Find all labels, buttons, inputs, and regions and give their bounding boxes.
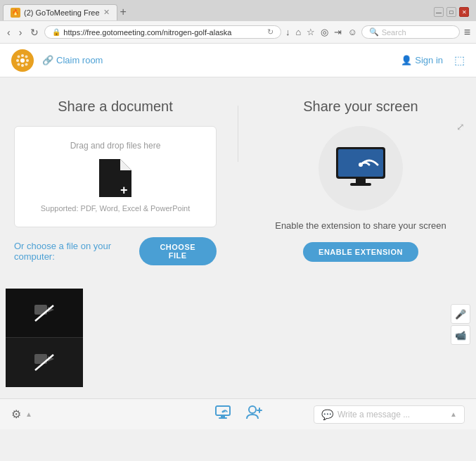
drop-zone[interactable]: Drag and drop files here + Supported: PD… — [14, 126, 217, 227]
camera-button[interactable]: 📹 — [451, 325, 470, 345]
svg-point-1 — [21, 54, 24, 57]
svg-point-25 — [221, 411, 224, 413]
new-tab-button[interactable]: + — [120, 6, 127, 18]
app-header: 🔗 Claim room 👤 Sign in ⬚ — [0, 44, 476, 77]
svg-rect-16 — [356, 179, 366, 183]
app-logo — [11, 49, 34, 72]
screen-share-icon[interactable] — [214, 405, 231, 424]
person-icon: 👤 — [401, 55, 412, 65]
enable-extension-button[interactable]: ENABLE EXTENSION — [303, 242, 418, 262]
expand-icon[interactable]: ⤢ — [456, 121, 465, 132]
url-bar[interactable]: 🔒 https://free.gotomeeting.com/nitrogen-… — [44, 25, 281, 39]
share-icon[interactable]: ⇥ — [333, 25, 343, 39]
supported-text: Supported: PDF, Word, Excel & PowerPoint — [29, 204, 202, 213]
nav-bar: ‹ › ↻ 🔒 https://free.gotomeeting.com/nit… — [0, 21, 476, 44]
svg-rect-17 — [350, 183, 371, 186]
bottom-right: 💬 Write a message ... ▲ — [314, 405, 465, 424]
video-thumb-2 — [6, 338, 83, 387]
window-maximize-btn[interactable]: □ — [446, 7, 456, 17]
video-area — [6, 289, 83, 387]
video-thumb-1 — [6, 289, 83, 338]
svg-point-15 — [359, 163, 363, 167]
location-icon[interactable]: ◎ — [319, 25, 330, 39]
window-minimize-btn[interactable]: — — [434, 7, 444, 17]
file-icon: + — [29, 159, 202, 197]
drag-drop-text: Drag and drop files here — [29, 141, 202, 151]
chat-placeholder: Write a message ... — [337, 410, 446, 419]
browser-chrome: 🔥 (2) GoToMeeting Free ✕ + — □ ✕ ‹ › ↻ 🔒… — [0, 0, 476, 44]
lock-icon: 🔒 — [52, 28, 60, 36]
svg-point-7 — [18, 63, 20, 65]
bottom-center — [162, 405, 314, 424]
bookmark-icon[interactable]: ☆ — [305, 25, 316, 39]
tab-title: (2) GoToMeeting Free — [24, 8, 100, 17]
download-icon[interactable]: ↓ — [284, 25, 292, 39]
choose-file-button[interactable]: CHOOSE FILE — [139, 237, 217, 265]
nav-icons: ↓ ⌂ ☆ ◎ ⇥ ☺ — [284, 25, 359, 39]
hamburger-menu-icon[interactable]: ≡ — [463, 25, 472, 40]
account-icon[interactable]: ☺ — [346, 25, 358, 39]
svg-rect-26 — [221, 415, 225, 417]
share-screen-title: Share your screen — [259, 99, 462, 115]
monitor-circle — [319, 126, 403, 210]
home-icon[interactable]: ⌂ — [295, 25, 303, 39]
refresh-button[interactable]: ↻ — [27, 25, 41, 39]
choose-label-link: file — [66, 241, 78, 251]
claim-room-link[interactable]: 🔗 Claim room — [42, 55, 103, 65]
sign-in-text: Sign in — [415, 55, 443, 65]
tab-bar: 🔥 (2) GoToMeeting Free ✕ + — □ ✕ — [0, 0, 476, 21]
chat-bubble-icon: 💬 — [321, 409, 333, 420]
url-text: https://free.gotomeeting.com/nitrogen-go… — [63, 28, 264, 37]
choose-label-prefix: Or choose a — [14, 241, 66, 251]
share-document-title: Share a document — [14, 99, 217, 115]
search-icon: 🔍 — [369, 27, 379, 37]
main-content: Share a document Drag and drop files her… — [0, 77, 476, 291]
bottom-left: ⚙ ▲ — [11, 408, 162, 421]
choose-label: Or choose a file on your computer: — [14, 241, 131, 262]
chat-input-area[interactable]: 💬 Write a message ... ▲ — [314, 405, 465, 424]
svg-point-28 — [249, 406, 256, 413]
back-button[interactable]: ‹ — [4, 25, 13, 39]
svg-point-4 — [26, 59, 29, 62]
collapse-icon[interactable]: ▲ — [25, 410, 32, 418]
mic-button[interactable]: 🎤 — [451, 304, 470, 324]
tab-favicon: 🔥 — [11, 8, 20, 18]
side-controls: 🎤 📹 — [451, 304, 470, 345]
bottom-bar: ⚙ ▲ — [0, 398, 476, 429]
settings-icon[interactable]: ⚙ — [11, 408, 21, 421]
sign-in-link[interactable]: 👤 Sign in — [401, 55, 443, 65]
link-icon: 🔗 — [42, 55, 53, 65]
url-reload-icon: ↻ — [267, 27, 274, 37]
svg-marker-10 — [120, 159, 131, 170]
app-body: 🔗 Claim room 👤 Sign in ⬚ ⤢ Share a docum… — [0, 44, 476, 429]
svg-rect-27 — [219, 417, 227, 419]
header-right: 👤 Sign in ⬚ — [401, 53, 465, 67]
enable-extension-text: Enable the extension to share your scree… — [259, 220, 462, 231]
svg-point-3 — [16, 59, 19, 62]
exit-button[interactable]: ⬚ — [454, 53, 465, 67]
search-placeholder: Search — [382, 28, 406, 37]
svg-point-2 — [21, 64, 24, 67]
active-tab[interactable]: 🔥 (2) GoToMeeting Free ✕ — [3, 4, 117, 20]
svg-point-0 — [20, 58, 25, 63]
section-divider — [238, 106, 238, 162]
svg-point-5 — [18, 55, 20, 58]
claim-room-text: Claim room — [56, 55, 103, 65]
choose-file-row: Or choose a file on your computer: CHOOS… — [14, 237, 217, 265]
window-controls: — □ ✕ — [434, 7, 473, 17]
tab-close-btn[interactable]: ✕ — [103, 8, 110, 17]
chat-expand-icon[interactable]: ▲ — [450, 410, 457, 418]
forward-button[interactable]: › — [16, 25, 25, 39]
search-bar[interactable]: 🔍 Search — [361, 25, 460, 39]
window-close-btn[interactable]: ✕ — [459, 7, 469, 17]
svg-point-6 — [25, 55, 28, 58]
svg-point-8 — [25, 63, 28, 65]
share-screen-section: Share your screen Enable the — [259, 99, 462, 262]
add-person-icon[interactable] — [245, 405, 262, 424]
svg-text:+: + — [120, 183, 128, 197]
share-document-section: Share a document Drag and drop files her… — [14, 99, 217, 277]
